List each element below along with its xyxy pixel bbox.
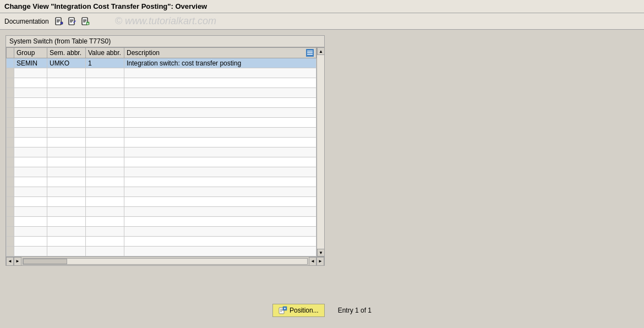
hscroll-track[interactable] xyxy=(23,258,308,265)
hscroll-right-btn[interactable]: ◄ xyxy=(309,257,316,266)
cell-sem-abbr[interactable] xyxy=(47,118,86,128)
cell-group[interactable] xyxy=(14,138,47,147)
cell-description[interactable] xyxy=(124,237,316,247)
cell-sem-abbr[interactable] xyxy=(47,98,86,108)
table-row[interactable] xyxy=(7,227,316,237)
cell-description[interactable]: Integration switch: cost transfer postin… xyxy=(124,58,316,68)
cell-group[interactable] xyxy=(14,108,47,118)
cell-value-abbr[interactable] xyxy=(86,108,124,118)
cell-sem-abbr[interactable] xyxy=(47,108,86,118)
cell-value-abbr[interactable] xyxy=(86,78,124,88)
cell-group[interactable] xyxy=(14,227,47,237)
cell-value-abbr[interactable] xyxy=(86,167,124,177)
cell-value-abbr[interactable] xyxy=(86,217,124,227)
cell-group[interactable] xyxy=(14,78,47,88)
table-row[interactable]: SEMINUMKOIntegration switch: cost transf… xyxy=(7,58,316,68)
doc-icon-3[interactable] xyxy=(80,16,91,27)
horizontal-scrollbar[interactable]: ◄ ► ◄ ► xyxy=(6,256,324,265)
cell-sem-abbr[interactable]: UMKO xyxy=(47,58,86,68)
cell-value-abbr[interactable] xyxy=(86,237,124,247)
table-row[interactable] xyxy=(7,78,316,88)
cell-group[interactable] xyxy=(14,118,47,128)
cell-group[interactable] xyxy=(14,217,47,227)
cell-sem-abbr[interactable] xyxy=(47,237,86,247)
cell-description[interactable] xyxy=(124,108,316,118)
cell-value-abbr[interactable] xyxy=(86,68,124,78)
cell-group[interactable] xyxy=(14,197,47,207)
cell-group[interactable] xyxy=(14,68,47,78)
doc-icon-1[interactable] xyxy=(53,16,64,27)
table-row[interactable] xyxy=(7,217,316,227)
table-row[interactable] xyxy=(7,138,316,147)
cell-group[interactable] xyxy=(14,157,47,167)
cell-description[interactable] xyxy=(124,177,316,187)
cell-value-abbr[interactable] xyxy=(86,88,124,98)
doc-icon-2[interactable] xyxy=(67,16,78,27)
cell-description[interactable] xyxy=(124,147,316,157)
cell-description[interactable] xyxy=(124,167,316,177)
cell-group[interactable] xyxy=(14,247,47,256)
cell-group[interactable] xyxy=(14,187,47,197)
cell-sem-abbr[interactable] xyxy=(47,157,86,167)
table-row[interactable] xyxy=(7,118,316,128)
cell-description[interactable] xyxy=(124,118,316,128)
cell-sem-abbr[interactable] xyxy=(47,247,86,256)
table-row[interactable] xyxy=(7,88,316,98)
table-row[interactable] xyxy=(7,68,316,78)
cell-sem-abbr[interactable] xyxy=(47,167,86,177)
cell-description[interactable] xyxy=(124,207,316,217)
cell-group[interactable] xyxy=(14,128,47,138)
cell-group[interactable] xyxy=(14,88,47,98)
table-row[interactable] xyxy=(7,207,316,217)
cell-sem-abbr[interactable] xyxy=(47,78,86,88)
cell-value-abbr[interactable] xyxy=(86,147,124,157)
cell-description[interactable] xyxy=(124,227,316,237)
cell-value-abbr[interactable] xyxy=(86,128,124,138)
cell-group[interactable] xyxy=(14,237,47,247)
scroll-up-btn[interactable]: ▲ xyxy=(317,47,325,55)
cell-sem-abbr[interactable] xyxy=(47,177,86,187)
cell-sem-abbr[interactable] xyxy=(47,207,86,217)
hscroll-left-btn2[interactable]: ► xyxy=(14,257,21,266)
cell-group[interactable] xyxy=(14,147,47,157)
table-row[interactable] xyxy=(7,157,316,167)
cell-description[interactable] xyxy=(124,217,316,227)
cell-description[interactable] xyxy=(124,128,316,138)
table-settings-icon[interactable] xyxy=(306,49,314,57)
cell-sem-abbr[interactable] xyxy=(47,227,86,237)
cell-group[interactable] xyxy=(14,98,47,108)
vertical-scrollbar[interactable]: ▲ ▼ xyxy=(316,47,324,256)
table-row[interactable] xyxy=(7,128,316,138)
table-row[interactable] xyxy=(7,247,316,256)
table-row[interactable] xyxy=(7,187,316,197)
table-row[interactable] xyxy=(7,177,316,187)
value-abbr-input[interactable] xyxy=(88,59,122,67)
cell-description[interactable] xyxy=(124,187,316,197)
table-row[interactable] xyxy=(7,98,316,108)
cell-value-abbr[interactable] xyxy=(86,157,124,167)
cell-group[interactable] xyxy=(14,177,47,187)
cell-value-abbr[interactable] xyxy=(86,118,124,128)
table-row[interactable] xyxy=(7,147,316,157)
cell-value-abbr[interactable] xyxy=(86,187,124,197)
cell-group[interactable] xyxy=(14,207,47,217)
cell-value-abbr[interactable] xyxy=(86,177,124,187)
cell-description[interactable] xyxy=(124,78,316,88)
cell-group[interactable] xyxy=(14,167,47,177)
table-row[interactable] xyxy=(7,167,316,177)
hscroll-left-btn[interactable]: ◄ xyxy=(6,257,14,266)
cell-description[interactable] xyxy=(124,68,316,78)
cell-group[interactable]: SEMIN xyxy=(14,58,47,68)
hscroll-thumb[interactable] xyxy=(23,259,67,264)
cell-description[interactable] xyxy=(124,88,316,98)
table-row[interactable] xyxy=(7,108,316,118)
cell-value-abbr[interactable] xyxy=(86,197,124,207)
cell-value-abbr[interactable] xyxy=(86,58,124,68)
hscroll-right-btn2[interactable]: ► xyxy=(316,257,324,266)
cell-sem-abbr[interactable] xyxy=(47,88,86,98)
cell-description[interactable] xyxy=(124,197,316,207)
cell-description[interactable] xyxy=(124,247,316,256)
cell-value-abbr[interactable] xyxy=(86,138,124,147)
cell-description[interactable] xyxy=(124,98,316,108)
table-row[interactable] xyxy=(7,197,316,207)
